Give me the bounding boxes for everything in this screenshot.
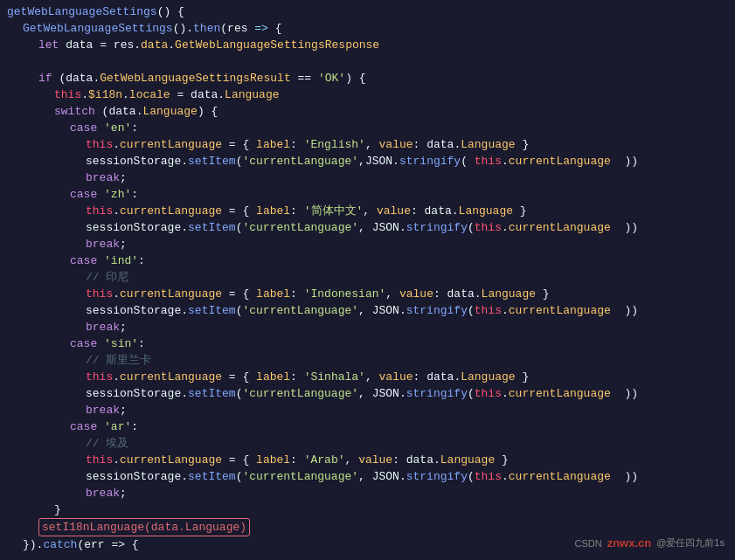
token-var: sessionStorage — [86, 219, 181, 236]
token-this-kw: this — [86, 286, 113, 302]
token-str: 'zh' — [104, 186, 131, 203]
token-prop: Language — [461, 136, 515, 153]
token-prop: label — [256, 452, 290, 468]
token-comment-zh: // 斯里兰卡 — [86, 352, 151, 369]
token-plain: ( — [468, 302, 475, 319]
token-var: data — [425, 203, 452, 219]
code-line: case 'sin': — [0, 335, 735, 352]
token-fn: GetWebLanguageSettings — [23, 20, 173, 37]
token-var: data — [191, 86, 218, 103]
token-kw: let — [38, 37, 59, 53]
token-comment-zh: // 印尼 — [86, 269, 128, 286]
token-this-kw: this — [86, 452, 113, 468]
watermark: CSDN znwx.cn @爱任四九前1s — [574, 536, 725, 550]
token-plain: = { — [222, 452, 256, 468]
token-fn: stringify — [406, 385, 468, 402]
token-plain: : — [290, 203, 304, 219]
code-line: // 印尼 — [0, 269, 735, 286]
token-fn: stringify — [399, 153, 461, 169]
watermark-site: znwx.cn — [607, 536, 652, 550]
token-plain: , — [345, 452, 359, 468]
token-var: JSON — [372, 219, 399, 236]
token-var: data — [66, 37, 93, 53]
token-this-kw: this — [86, 136, 113, 153]
token-plain: . — [399, 219, 406, 236]
code-line: // 埃及 — [0, 435, 735, 452]
token-plain — [97, 335, 104, 352]
token-plain: . — [181, 302, 188, 319]
token-var: sessionStorage — [86, 385, 181, 402]
token-var: sessionStorage — [86, 302, 181, 319]
token-plain: : — [290, 369, 304, 385]
token-prop: currentLanguage — [120, 203, 222, 219]
token-plain: . — [136, 103, 143, 120]
code-line: this.currentLanguage = { label: 'English… — [0, 136, 735, 153]
token-this-kw: this — [54, 86, 81, 103]
token-prop: Language — [225, 86, 279, 103]
code-line: break; — [0, 236, 735, 252]
token-var: JSON — [372, 468, 399, 485]
token-plain: )) — [611, 219, 638, 236]
token-plain: ( — [236, 302, 243, 319]
token-fn: stringify — [406, 302, 468, 319]
token-prop: currentLanguage — [120, 452, 222, 468]
token-plain: . — [181, 385, 188, 402]
code-line: break; — [0, 485, 735, 501]
code-line: break; — [0, 169, 735, 186]
token-plain: ( — [468, 468, 475, 485]
token-plain: }). — [23, 536, 43, 553]
token-prop: Language — [482, 286, 536, 302]
token-plain: . — [433, 452, 440, 468]
token-plain: ( — [236, 153, 243, 169]
code-editor: getWebLanguageSettings() {GetWebLanguage… — [0, 0, 735, 560]
code-line: setI18nLanguage(data.Language) — [0, 518, 735, 536]
token-var: JSON — [372, 385, 399, 402]
token-var: res — [227, 20, 247, 37]
token-plain: . — [181, 468, 188, 485]
token-plain: )) — [611, 385, 638, 402]
token-this-kw: this — [475, 385, 502, 402]
token-str: 'Indonesian' — [304, 286, 386, 302]
token-plain: ( — [468, 385, 475, 402]
token-plain: , — [358, 219, 372, 236]
token-plain: . — [454, 369, 461, 385]
token-plain: ( — [236, 219, 243, 236]
token-plain: . — [93, 70, 100, 86]
token-plain: )) — [611, 302, 638, 319]
code-line — [0, 53, 735, 70]
token-str: 'Sinhala' — [304, 369, 365, 385]
token-plain: , — [358, 468, 372, 485]
code-line: case 'ind': — [0, 252, 735, 269]
token-var: data — [108, 103, 135, 120]
token-kw: case — [70, 418, 97, 435]
token-prop: Language — [440, 452, 495, 468]
token-prop: label — [256, 369, 290, 385]
token-plain: ( — [220, 20, 227, 37]
token-prop: currentLanguage — [509, 468, 611, 485]
token-plain: : — [131, 120, 138, 136]
code-line: break; — [0, 319, 735, 335]
token-plain: : — [413, 136, 427, 153]
token-prop: value — [358, 452, 392, 468]
token-plain: , — [363, 203, 377, 219]
token-prop: data — [141, 37, 168, 53]
token-plain: } — [516, 369, 530, 385]
token-plain: } — [536, 286, 550, 302]
token-plain: . — [113, 369, 120, 385]
token-str: '简体中文' — [304, 203, 364, 219]
token-fn: setItem — [188, 385, 236, 402]
token-str: 'OK' — [318, 70, 345, 86]
token-plain: ( — [95, 103, 109, 120]
token-str: 'currentLanguage' — [242, 468, 358, 485]
token-plain: : — [290, 136, 304, 153]
token-plain: . — [502, 153, 509, 169]
token-plain: => { — [105, 536, 139, 553]
token-plain: )) — [611, 468, 638, 485]
code-line: getWebLanguageSettings() { — [0, 3, 735, 20]
token-str: 'ar' — [104, 418, 131, 435]
token-plain: ( — [236, 385, 243, 402]
token-plain: = — [170, 86, 191, 103]
token-plain: , — [358, 302, 372, 319]
token-plain: ( — [77, 536, 84, 553]
token-prop: GetWebLanguageSettingsResult — [100, 70, 290, 86]
